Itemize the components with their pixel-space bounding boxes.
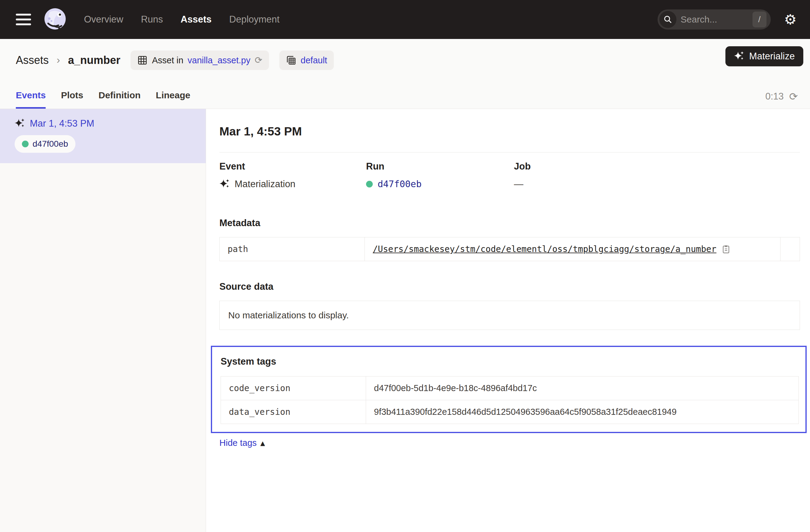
copy-clipboard-icon[interactable]: [721, 244, 731, 254]
job-column-label: Job: [514, 161, 800, 172]
event-detail-panel: Mar 1, 4:53 PM Event Materialization: [206, 109, 810, 532]
event-detail-title: Mar 1, 4:53 PM: [220, 125, 800, 138]
materialize-button-label: Materialize: [749, 51, 795, 62]
event-list-item[interactable]: Mar 1, 4:53 PM d47f00eb: [0, 109, 206, 163]
dagster-logo[interactable]: [43, 7, 67, 31]
run-id-link[interactable]: d47f00eb: [378, 179, 422, 189]
asset-file-link[interactable]: vanilla_asset.py: [188, 55, 250, 65]
source-data-empty-message: No materializations to display.: [220, 301, 800, 330]
breadcrumb: Assets › a_number Asset in vanilla_asset…: [16, 49, 797, 71]
nav-item-runs[interactable]: Runs: [141, 14, 163, 25]
run-id-badge-label: d47f00eb: [33, 139, 68, 149]
materialization-sparkle-icon: [220, 179, 230, 189]
search-icon: [659, 11, 677, 28]
settings-gear-icon[interactable]: ⚙: [784, 13, 797, 27]
tab-definition[interactable]: Definition: [99, 90, 141, 109]
system-tag-row: code_version d47f00eb-5d1b-4e9e-b18c-489…: [221, 376, 799, 400]
run-id-badge[interactable]: d47f00eb: [15, 135, 76, 153]
metadata-row: path /Users/smackesey/stm/code/elementl/…: [220, 237, 800, 261]
event-summary-columns: Event Materialization Run d: [220, 161, 800, 190]
page-header: Assets › a_number Asset in vanilla_asset…: [0, 39, 810, 109]
asset-chip-prefix: Asset in: [152, 55, 183, 65]
event-timestamp-link[interactable]: Mar 1, 4:53 PM: [30, 118, 94, 129]
system-tag-row: data_version 9f3b411a390fd22e158d446d5d1…: [221, 400, 799, 424]
sparkle-icon: [734, 51, 744, 62]
metadata-section: Metadata path /Users/smackesey/stm/code/…: [220, 217, 800, 261]
hide-tags-toggle[interactable]: Hide tags ▲: [220, 438, 265, 448]
system-tag-value: 9f3b411a390fd22e158d446d5d12504963596aa6…: [366, 400, 799, 424]
system-tag-value: d47f00eb-5d1b-4e9e-b18c-4896af4bd17c: [366, 376, 799, 400]
breadcrumb-chevron-icon: ›: [56, 54, 60, 67]
run-column-label: Run: [366, 161, 514, 172]
metadata-heading: Metadata: [220, 217, 800, 229]
metadata-path-link[interactable]: /Users/smackesey/stm/code/elementl/oss/t…: [373, 244, 716, 254]
nav-right-group: / ⚙: [658, 10, 797, 30]
source-data-section: Source data No materializations to displ…: [220, 281, 800, 330]
breadcrumb-assets-link[interactable]: Assets: [16, 54, 49, 67]
system-tag-key: data_version: [221, 400, 366, 424]
search-shortcut-badge: /: [752, 12, 766, 27]
repo-default-link[interactable]: default: [301, 55, 327, 65]
metadata-table: path /Users/smackesey/stm/code/elementl/…: [220, 237, 800, 261]
system-tags-table: code_version d47f00eb-5d1b-4e9e-b18c-489…: [221, 376, 799, 424]
content-area: Mar 1, 4:53 PM d47f00eb Mar 1, 4:53 PM E…: [0, 109, 810, 532]
materialize-button[interactable]: Materialize: [725, 46, 803, 66]
asset-definition-chip[interactable]: Asset in vanilla_asset.py ⟳: [131, 50, 269, 70]
divider: [220, 152, 800, 152]
asset-tabs: Events Plots Definition Lineage: [16, 90, 190, 109]
refresh-countdown-value: 0:13: [765, 91, 783, 102]
metadata-actions-cell: [780, 237, 800, 261]
system-tags-heading: System tags: [221, 356, 799, 367]
event-list-sidebar: Mar 1, 4:53 PM d47f00eb: [0, 109, 206, 532]
repo-grid-icon: [286, 55, 296, 65]
metadata-key: path: [220, 237, 365, 261]
system-tag-key: code_version: [221, 376, 366, 400]
reload-definition-icon[interactable]: ⟳: [255, 56, 262, 65]
refresh-countdown: 0:13 ⟳: [765, 91, 798, 102]
run-status-dot: [22, 141, 29, 147]
event-type-value: Materialization: [234, 179, 295, 190]
event-column-label: Event: [220, 161, 366, 172]
materialization-sparkle-icon: [15, 118, 25, 129]
job-empty-value: —: [514, 179, 523, 190]
refresh-icon[interactable]: ⟳: [789, 91, 798, 102]
nav-item-assets[interactable]: Assets: [181, 14, 212, 25]
run-status-dot: [366, 181, 373, 188]
nav-item-overview[interactable]: Overview: [84, 14, 123, 25]
system-tags-section: System tags code_version d47f00eb-5d1b-4…: [211, 346, 807, 433]
table-grid-icon: [137, 55, 148, 65]
tab-lineage[interactable]: Lineage: [156, 90, 190, 109]
top-navigation: Overview Runs Assets Deployment / ⚙: [0, 0, 810, 39]
page-title: a_number: [68, 54, 120, 67]
nav-item-deployment[interactable]: Deployment: [229, 14, 279, 25]
search-input[interactable]: [677, 14, 752, 25]
tab-events[interactable]: Events: [16, 90, 46, 109]
tab-plots[interactable]: Plots: [61, 90, 83, 109]
hide-tags-label: Hide tags: [220, 438, 257, 448]
repo-location-chip[interactable]: default: [279, 50, 334, 70]
caret-up-icon: ▲: [260, 439, 265, 447]
search-box[interactable]: /: [658, 10, 771, 30]
hamburger-menu-icon[interactable]: [16, 14, 31, 25]
primary-nav: Overview Runs Assets Deployment: [84, 14, 280, 25]
source-data-heading: Source data: [220, 281, 800, 292]
